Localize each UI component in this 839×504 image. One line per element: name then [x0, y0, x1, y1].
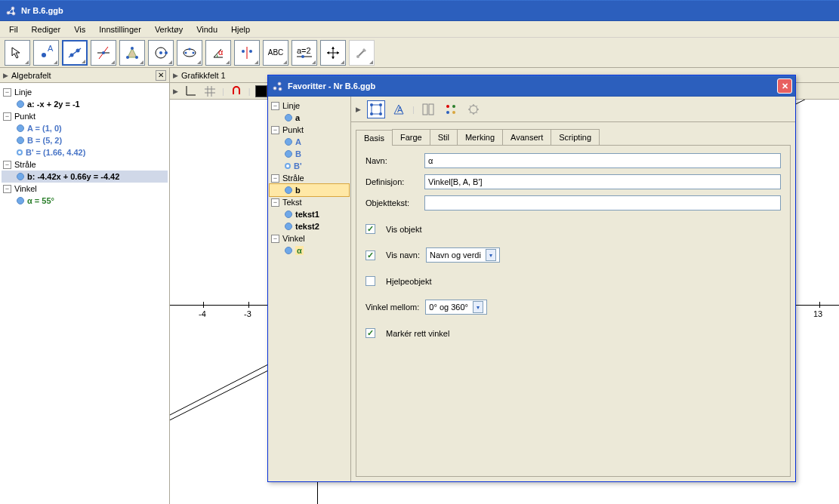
svg-point-37 [370, 112, 373, 115]
tree-group[interactable]: −Linje [270, 100, 349, 112]
color-picker[interactable] [255, 85, 267, 97]
tab-panel-basis: Navn: Definisjon: Objekttekst: Vis objek… [356, 145, 791, 477]
show-label-checkbox[interactable] [366, 250, 375, 260]
collapse-icon: ▶ [3, 72, 8, 79]
tool-slider[interactable]: a=2 [291, 40, 317, 66]
tool-polygon[interactable] [119, 40, 145, 66]
definition-input[interactable] [424, 174, 781, 189]
tab-stil[interactable]: Stil [430, 129, 458, 145]
caption-input[interactable] [424, 195, 781, 211]
objects-icon[interactable] [367, 100, 385, 118]
svg-point-11 [126, 56, 129, 59]
tree-item[interactable]: a [270, 112, 349, 124]
tree-group[interactable]: −Stråle [270, 172, 349, 184]
tree-group[interactable]: −Vinkel [270, 232, 349, 244]
tree-item[interactable]: B' [270, 160, 349, 172]
svg-point-31 [273, 87, 276, 90]
menu-innstillinger[interactable]: Innstillinger [93, 23, 147, 35]
svg-point-12 [131, 47, 134, 50]
menu-verktoy[interactable]: Verktøy [149, 23, 189, 35]
svg-point-36 [379, 103, 382, 106]
tool-custom[interactable] [349, 40, 375, 66]
angle-range-select[interactable]: 0° og 360° ▾ [425, 300, 487, 315]
expand-icon[interactable]: − [271, 102, 279, 110]
menubar: Fil Rediger Vis Innstillinger Verktøy Vi… [0, 21, 839, 38]
svg-point-15 [159, 51, 162, 54]
tool-reflect[interactable] [234, 40, 260, 66]
tree-group[interactable]: −Stråle [2, 158, 168, 171]
name-label: Navn: [366, 156, 418, 165]
right-angle-checkbox[interactable] [366, 328, 375, 338]
menu-vindu[interactable]: Vindu [190, 23, 224, 35]
menu-rediger[interactable]: Rediger [26, 23, 67, 35]
tab-merking[interactable]: Merking [457, 129, 503, 145]
tool-perpendicular[interactable] [91, 40, 116, 66]
tree-item[interactable]: B' = (1.66, 4.42) [2, 146, 168, 158]
grid-toggle[interactable] [202, 85, 217, 98]
tree-group[interactable]: −Linje [2, 86, 168, 98]
collapse-icon: ▶ [173, 72, 178, 79]
tree-item[interactable]: b: -4.42x + 0.66y = -4.42 [2, 171, 168, 183]
tree-item[interactable]: B [270, 148, 349, 160]
tool-circle[interactable] [148, 40, 174, 66]
aux-checkbox[interactable] [366, 276, 375, 286]
tree-item[interactable]: A [270, 136, 349, 148]
close-button[interactable]: ✕ [777, 78, 792, 94]
toolbar: A α ABC a=2 [0, 38, 839, 68]
dialog-toolbar: ▶ A | [351, 97, 795, 122]
tab-basis[interactable]: Basis [356, 130, 393, 146]
tree-item[interactable]: A = (1, 0) [2, 122, 168, 134]
tree-item[interactable]: α = 55° [2, 195, 168, 207]
axes-toggle[interactable] [183, 85, 198, 98]
svg-point-19 [193, 51, 195, 54]
tool-angle[interactable]: α [205, 40, 231, 66]
tree-group[interactable]: −Punkt [2, 110, 168, 122]
tree-item[interactable]: a: -x + 2y = -1 [2, 98, 168, 110]
menu-vis[interactable]: Vis [68, 23, 91, 35]
tree-item[interactable]: tekst1 [270, 208, 349, 220]
tool-text[interactable]: ABC [263, 40, 288, 66]
expand-icon[interactable]: − [3, 161, 11, 169]
svg-point-20 [189, 48, 191, 50]
show-label-label: Vis navn: [386, 250, 420, 260]
tool-point[interactable]: A [33, 40, 59, 66]
tab-farge[interactable]: Farge [392, 129, 430, 145]
tree-group[interactable]: −Punkt [270, 124, 349, 136]
algebra-title-bar[interactable]: ▶ Algebrafelt ✕ [0, 68, 169, 83]
show-object-checkbox[interactable] [366, 224, 375, 234]
tree-item[interactable]: B = (5, 2) [2, 134, 168, 146]
advanced-icon[interactable] [464, 100, 483, 118]
dialog-object-tree[interactable]: −Linjea−PunktABB'−Stråleb−Teksttekst1tek… [268, 97, 351, 481]
expand-icon[interactable]: − [3, 185, 11, 193]
tree-item[interactable]: b [270, 184, 349, 196]
tree-item[interactable]: tekst2 [270, 220, 349, 232]
tool-ellipse[interactable] [177, 40, 202, 66]
dialog-titlebar[interactable]: Favoritter - Nr B.6.ggb ✕ [268, 75, 795, 97]
menu-fil[interactable]: Fil [3, 23, 24, 35]
tab-avansert[interactable]: Avansert [502, 129, 551, 145]
tool-move-view[interactable] [320, 40, 346, 66]
expand-icon[interactable]: − [3, 112, 11, 121]
label-mode-select[interactable]: Navn og verdi ▾ [426, 247, 500, 263]
defaults-icon[interactable] [442, 100, 460, 118]
expand-icon[interactable]: − [271, 126, 279, 134]
algebra-tree[interactable]: −Linjea: -x + 2y = -1−PunktA = (1, 0)B =… [0, 83, 169, 210]
snap-toggle[interactable] [229, 85, 244, 98]
close-icon[interactable]: ✕ [156, 70, 166, 81]
menu-hjelp[interactable]: Hjelp [225, 23, 256, 35]
tool-move[interactable] [5, 40, 30, 66]
tab-scripting[interactable]: Scripting [551, 129, 600, 145]
svg-point-44 [446, 111, 449, 114]
layout-icon[interactable] [419, 100, 437, 118]
expand-icon[interactable]: − [3, 88, 11, 97]
expand-icon[interactable]: − [271, 198, 279, 207]
graphics-props-icon[interactable]: A [390, 100, 408, 118]
tree-group[interactable]: −Tekst [270, 196, 349, 208]
name-input[interactable] [424, 153, 781, 168]
tree-item[interactable]: α [270, 244, 349, 257]
tree-group[interactable]: −Vinkel [2, 183, 168, 195]
tool-line[interactable] [62, 40, 88, 66]
expand-icon[interactable]: − [271, 235, 279, 243]
definition-label: Definisjon: [366, 177, 418, 186]
expand-icon[interactable]: − [271, 174, 279, 183]
